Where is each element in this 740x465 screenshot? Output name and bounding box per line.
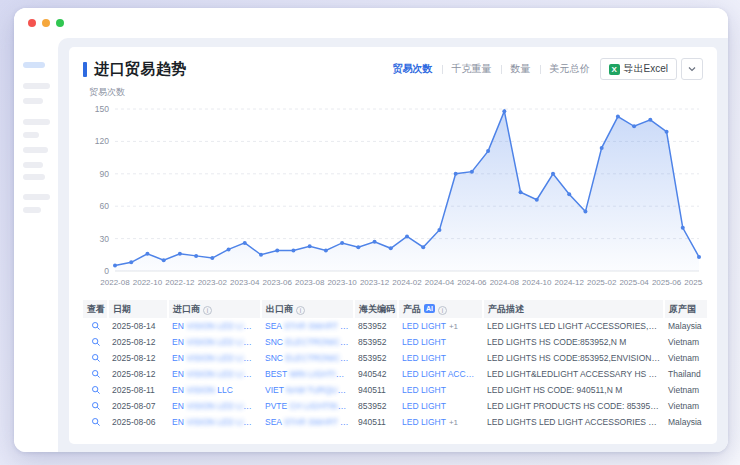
export-excel-button[interactable]: X 导出Excel: [600, 58, 677, 80]
product-link[interactable]: LED LIGHT+1: [398, 318, 483, 334]
svg-text:90: 90: [100, 169, 110, 179]
exporter-link[interactable]: PVTE CH LIGHTING S W VI...: [261, 398, 354, 414]
svg-text:60: 60: [100, 201, 110, 211]
origin-country-cell: Vietnam: [664, 334, 707, 350]
chart-series-label: 贸易次数: [89, 86, 703, 99]
column-header-6: 产品描述: [483, 300, 664, 318]
column-header-4: 海关编码: [354, 300, 398, 318]
svg-text:2024-10: 2024-10: [522, 278, 552, 287]
product-link[interactable]: LED LIGHT ACCESSORY: [398, 366, 483, 382]
sidebar-nav: [14, 38, 58, 452]
svg-text:2024-08: 2024-08: [490, 278, 520, 287]
svg-text:2023-10: 2023-10: [327, 278, 357, 287]
sidebar-item[interactable]: [23, 98, 43, 104]
view-detail-icon[interactable]: [91, 385, 101, 395]
table-row: 2025-08-12EN VISION LED LIGHTI NG I...SN…: [83, 350, 707, 366]
maximize-window-icon[interactable]: [56, 19, 64, 27]
info-icon[interactable]: i: [438, 306, 447, 315]
date-cell: 2025-08-11: [108, 382, 168, 398]
view-detail-icon[interactable]: [91, 353, 101, 363]
tab-metric-2[interactable]: 数量: [511, 62, 531, 76]
info-icon[interactable]: i: [203, 306, 212, 315]
app-window: 进口贸易趋势 贸易次数千克重量数量美元总价 X 导出Excel: [14, 8, 728, 452]
importer-link[interactable]: EN VISION LED LIGHTI NG I...: [168, 398, 261, 414]
product-extra-count[interactable]: +1: [449, 418, 458, 427]
sidebar-item[interactable]: [23, 119, 50, 125]
sidebar-item[interactable]: [23, 62, 45, 68]
svg-text:2024-12: 2024-12: [555, 278, 585, 287]
exporter-link[interactable]: SEA STAR SMART TE CH ...: [261, 414, 354, 430]
view-detail-icon[interactable]: [91, 369, 101, 379]
svg-text:2025-04: 2025-04: [619, 278, 649, 287]
importer-link[interactable]: EN VISION LED LIGHTI NG I...: [168, 350, 261, 366]
origin-country-cell: Malaysia: [664, 318, 707, 334]
date-cell: 2025-08-12: [108, 366, 168, 382]
sidebar-item[interactable]: [23, 132, 39, 138]
view-detail-icon[interactable]: [91, 401, 101, 411]
svg-text:2025-02: 2025-02: [587, 278, 617, 287]
product-link[interactable]: LED LIGHT: [398, 398, 483, 414]
window-titlebar: [14, 8, 728, 38]
origin-country-cell: Vietnam: [664, 382, 707, 398]
export-dropdown-button[interactable]: [681, 58, 703, 80]
exporter-link[interactable]: BEST WIN LIGHTING THA...: [261, 366, 354, 382]
exporter-link[interactable]: SNC ELECTRONICS V IET...: [261, 334, 354, 350]
tab-metric-3[interactable]: 美元总价: [550, 62, 590, 76]
view-detail-icon[interactable]: [91, 337, 101, 347]
importer-link[interactable]: EN VISION LED LIGHTI NG I...: [168, 414, 261, 430]
product-link[interactable]: LED LIGHT: [398, 334, 483, 350]
svg-text:2023-02: 2023-02: [198, 278, 228, 287]
svg-text:2025-08: 2025-08: [684, 278, 703, 287]
chart-canvas[interactable]: 03060901201502022-082022-102022-122023-0…: [83, 99, 703, 297]
tab-metric-1[interactable]: 千克重量: [452, 62, 492, 76]
sidebar-item[interactable]: [23, 147, 48, 153]
product-extra-count[interactable]: +1: [449, 322, 458, 331]
importer-link[interactable]: EN VISION LLC: [168, 382, 261, 398]
importer-link[interactable]: EN VISION LED LIGHTI NG I...: [168, 334, 261, 350]
minimize-window-icon[interactable]: [42, 19, 50, 27]
tab-metric-0[interactable]: 贸易次数: [393, 62, 433, 76]
description-cell: LED LIGHTS HS CODE:853952,ENVISIONLED: [483, 350, 664, 366]
table-row: 2025-08-06EN VISION LED LIGHTI NG I...SE…: [83, 414, 707, 430]
origin-country-cell: Vietnam: [664, 350, 707, 366]
date-cell: 2025-08-12: [108, 350, 168, 366]
view-detail-icon[interactable]: [91, 417, 101, 427]
info-icon[interactable]: i: [296, 306, 305, 315]
importer-link[interactable]: EN VISION LED LIGHTI NG I...: [168, 318, 261, 334]
svg-text:2025-06: 2025-06: [652, 278, 682, 287]
product-link[interactable]: LED LIGHT: [398, 350, 483, 366]
date-cell: 2025-08-07: [108, 398, 168, 414]
column-header-7: 原产国: [664, 300, 707, 318]
ai-badge: AI: [424, 304, 435, 313]
svg-text:2024-06: 2024-06: [457, 278, 487, 287]
shipments-table: 查看日期进口商i出口商i海关编码产品AIi产品描述原产国 2025-08-14E…: [83, 300, 707, 430]
description-cell: LED LIGHTS LED LIGHT ACCESSORIES,ENVISIO…: [483, 318, 664, 334]
exporter-link[interactable]: SEA STAR SMART TE CH ...: [261, 318, 354, 334]
hs-code-cell: 940511: [354, 382, 398, 398]
sidebar-item[interactable]: [23, 207, 41, 213]
metric-tabs: 贸易次数千克重量数量美元总价: [393, 62, 590, 76]
product-link[interactable]: LED LIGHT: [398, 382, 483, 398]
card-header: 进口贸易趋势 贸易次数千克重量数量美元总价 X 导出Excel: [83, 56, 703, 82]
page-title: 进口贸易趋势: [94, 60, 187, 79]
sidebar-item[interactable]: [23, 162, 43, 168]
svg-text:30: 30: [100, 234, 110, 244]
sidebar-item[interactable]: [23, 174, 45, 180]
hs-code-cell: 853952: [354, 398, 398, 414]
exporter-link[interactable]: VIET NAM TURQUOISE: [261, 382, 354, 398]
sidebar-item[interactable]: [23, 83, 50, 89]
view-detail-icon[interactable]: [91, 321, 101, 331]
sidebar-item[interactable]: [23, 194, 50, 200]
main-content: 进口贸易趋势 贸易次数千克重量数量美元总价 X 导出Excel: [58, 38, 728, 452]
table-row: 2025-08-07EN VISION LED LIGHTI NG I...PV…: [83, 398, 707, 414]
hs-code-cell: 853952: [354, 334, 398, 350]
importer-link[interactable]: EN VISION LED LIGHTI NG I...: [168, 366, 261, 382]
product-link[interactable]: LED LIGHT+1: [398, 414, 483, 430]
close-window-icon[interactable]: [28, 19, 36, 27]
svg-text:2022-12: 2022-12: [165, 278, 195, 287]
svg-text:150: 150: [95, 104, 109, 114]
hs-code-cell: 853952: [354, 318, 398, 334]
title-accent-bar: [83, 62, 87, 77]
exporter-link[interactable]: SNC ELECTRONICS V IET...: [261, 350, 354, 366]
date-cell: 2025-08-14: [108, 318, 168, 334]
